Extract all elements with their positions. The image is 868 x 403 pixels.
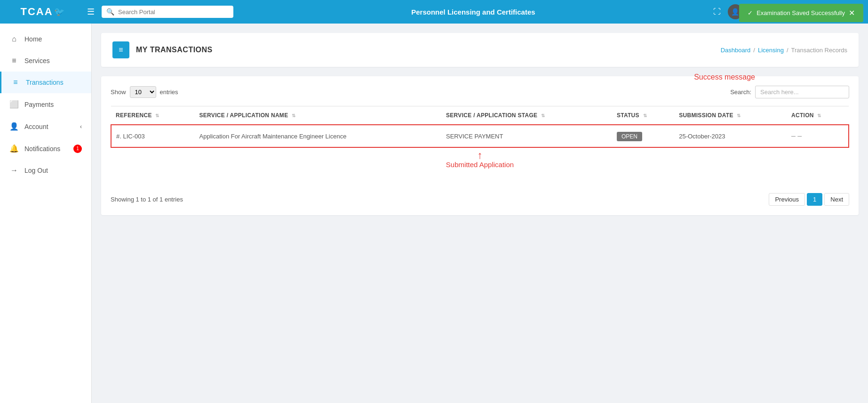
page-title-area: ≡ MY TRANSACTIONS (112, 41, 213, 58)
sidebar-item-notifications-label: Notifications (24, 145, 60, 153)
success-message-annotation: Success message (694, 73, 755, 81)
home-icon: ⌂ (9, 35, 19, 43)
submitted-annotation-wrapper: ↑ Submitted Application (111, 148, 849, 185)
table-search-input[interactable] (755, 86, 849, 98)
submitted-arrow-up-icon: ↑ (477, 150, 482, 161)
sort-date-icon[interactable]: ⇅ (737, 113, 741, 118)
next-button[interactable]: Next (824, 193, 849, 206)
cell-status: OPEN (612, 125, 674, 147)
logo-area: TCAA 🐦 (5, 6, 80, 18)
toast-message: Examination Saved Successfully (757, 9, 845, 16)
logo-bird-icon: 🐦 (54, 7, 64, 17)
showing-entries-text: Showing 1 to 1 of 1 entries (111, 196, 183, 203)
toast-close-button[interactable]: ✕ (849, 8, 855, 17)
col-date: SUBMISSION DATE ⇅ (674, 106, 787, 125)
sidebar-item-home[interactable]: ⌂ Home (0, 28, 91, 50)
sidebar-item-logout-label: Log Out (24, 167, 48, 174)
search-input[interactable] (118, 8, 222, 16)
table-controls: Show 10 25 50 100 entries Search: (111, 86, 849, 98)
search-area: 🔍 (102, 6, 233, 18)
transactions-icon: ≡ (11, 78, 20, 87)
sidebar-item-payments-label: Payments (24, 101, 54, 108)
notifications-icon: 🔔 (9, 144, 19, 153)
breadcrumb-licensing[interactable]: Licensing (758, 47, 784, 54)
show-entries-control: Show 10 25 50 100 entries (111, 86, 178, 98)
sidebar-item-account[interactable]: 👤 Account ‹ (0, 115, 91, 137)
logout-icon: → (9, 166, 19, 175)
sort-status-icon[interactable]: ⇅ (643, 113, 647, 118)
main-content: ≡ MY TRANSACTIONS Dashboard / Licensing … (92, 24, 868, 403)
cell-app-name: Application For Aircraft Maintenance Eng… (195, 125, 442, 147)
col-status: STATUS ⇅ (612, 106, 674, 125)
payments-icon: ⬜ (9, 100, 19, 109)
col-stage: SERVICE / APPLICATION STAGE ⇅ (441, 106, 612, 125)
sidebar-item-payments[interactable]: ⬜ Payments (0, 93, 91, 115)
sort-appname-icon[interactable]: ⇅ (292, 113, 295, 118)
notifications-badge: 1 (73, 145, 82, 153)
expand-icon[interactable]: ⛶ (713, 8, 721, 16)
sidebar-item-transactions-label: Transactions (26, 79, 64, 86)
page-title-icon: ≡ (112, 41, 129, 58)
cell-date: 25-October-2023 (674, 125, 787, 147)
previous-button[interactable]: Previous (769, 193, 805, 206)
sidebar-item-notifications[interactable]: 🔔 Notifications 1 (0, 137, 91, 160)
breadcrumb-current: Transaction Records (791, 47, 847, 54)
sidebar-item-services[interactable]: ≡ Services (0, 50, 91, 72)
success-toast: ✓ Examination Saved Successfully ✕ (739, 4, 863, 22)
sidebar-item-transactions[interactable]: ≡ Transactions (0, 72, 91, 93)
breadcrumb-dashboard[interactable]: Dashboard (721, 47, 751, 54)
sidebar-item-services-label: Services (24, 57, 50, 64)
logo-text: TCAA (20, 6, 53, 18)
table-wrapper: REFERENCE ⇅ SERVICE / APPLICATION NAME ⇅… (111, 106, 849, 185)
page-title-text: MY TRANSACTIONS (136, 46, 213, 54)
col-app-name: SERVICE / APPLICATION NAME ⇅ (195, 106, 442, 125)
sidebar-item-logout[interactable]: → Log Out (0, 160, 91, 181)
action-menu-icon[interactable]: – – (791, 132, 802, 140)
sort-stage-icon[interactable]: ⇅ (541, 113, 545, 118)
page-1-button[interactable]: 1 (807, 193, 822, 206)
submitted-application-annotation: Submitted Application (446, 161, 514, 169)
services-icon: ≡ (9, 56, 19, 65)
account-arrow-icon: ‹ (80, 123, 82, 130)
status-badge: OPEN (617, 132, 642, 141)
pagination-controls: Previous 1 Next (769, 193, 849, 206)
account-icon: 👤 (9, 122, 19, 131)
search-label: Search: (730, 89, 751, 96)
sidebar-item-home-label: Home (24, 35, 42, 43)
breadcrumb-sep2: / (787, 47, 788, 54)
cell-reference: #. LIC-003 (111, 125, 195, 147)
sort-reference-icon[interactable]: ⇅ (155, 113, 159, 118)
cell-action[interactable]: – – (787, 125, 849, 147)
pagination-area: Showing 1 to 1 of 1 entries Previous 1 N… (111, 193, 849, 206)
cell-stage: SERVICE PAYMENT (441, 125, 612, 147)
col-reference: REFERENCE ⇅ (111, 106, 195, 125)
show-label: Show (111, 89, 126, 96)
sort-action-icon[interactable]: ⇅ (817, 113, 821, 118)
transactions-table: REFERENCE ⇅ SERVICE / APPLICATION NAME ⇅… (111, 106, 849, 148)
entries-select[interactable]: 10 25 50 100 (130, 86, 156, 98)
search-control: Search: (730, 86, 849, 98)
toast-check-icon: ✓ (748, 9, 753, 16)
breadcrumb-sep1: / (753, 47, 755, 54)
col-action: ACTION ⇅ (787, 106, 849, 125)
breadcrumb: Dashboard / Licensing / Transaction Reco… (721, 47, 847, 54)
table-row: #. LIC-003 Application For Aircraft Main… (111, 125, 849, 147)
sidebar-item-account-label: Account (24, 123, 48, 130)
hamburger-button[interactable]: ☰ (85, 4, 97, 19)
entries-label: entries (160, 89, 178, 96)
search-icon: 🔍 (106, 8, 114, 16)
sidebar: ⌂ Home ≡ Services ≡ Transactions ⬜ Payme… (0, 24, 92, 403)
page-header-card: ≡ MY TRANSACTIONS Dashboard / Licensing … (101, 33, 859, 67)
header-page-title: Personnel Licensing and Certificates (238, 8, 709, 16)
table-section: Show 10 25 50 100 entries Search: Succes… (101, 76, 859, 215)
